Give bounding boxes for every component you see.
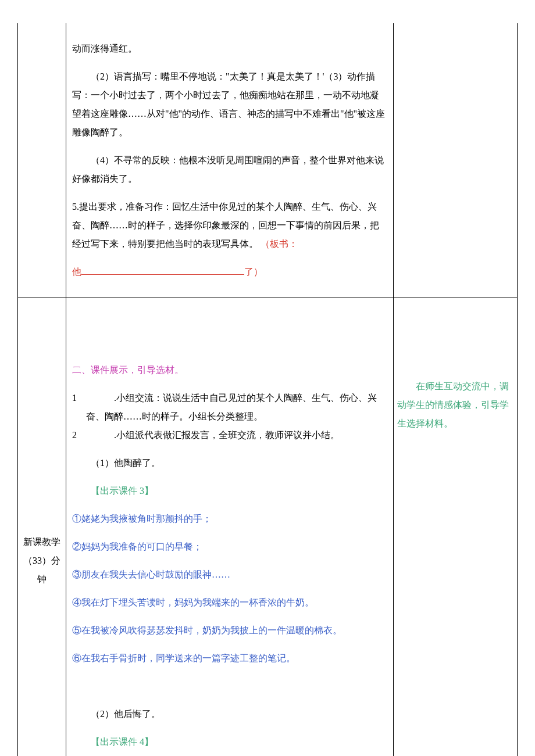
section-label: 新课教学（33）分钟 (22, 533, 62, 589)
bullet-6: ⑥在我右手骨折时，同学送来的一篇字迹工整的笔记。 (72, 649, 387, 668)
bullet-1: ①姥姥为我掖被角时那颤抖的手； (72, 510, 387, 528)
top-spacer (72, 305, 387, 352)
r1-p1: 动而涨得通红。 (72, 40, 387, 58)
bullet-2: ②妈妈为我准备的可口的早餐； (72, 538, 387, 556)
row1-left-cell (18, 23, 66, 298)
item1: 1 .小组交流：说说生活中自己见过的某个人陶醉、生气、伤心、兴奋、陶醉……时的样… (72, 389, 387, 426)
bullet-4: ④我在灯下埋头苦读时，妈妈为我端来的一杯香浓的牛奶。 (72, 593, 387, 612)
sub2: （2）他后悔了。 (72, 705, 387, 723)
item2-txt: .小组派代表做汇报发言，全班交流，教师评议并小结。 (86, 426, 387, 445)
item1-txt: .小组交流：说说生活中自己见过的某个人陶醉、生气、伤心、兴奋、陶醉……时的样子。… (86, 389, 387, 426)
bullet-5: ⑤在我被冷风吹得瑟瑟发抖时，奶奶为我披上的一件温暖的棉衣。 (72, 621, 387, 640)
board-le: 了） (244, 267, 263, 277)
show-courseware-3: 【出示课件 3】 (72, 482, 387, 500)
item1-num: 1 (72, 389, 86, 426)
row-1: 动而涨得通红。 （2）语言描写：嘴里不停地说："太美了！真是太美了！'（3）动作… (18, 23, 518, 298)
r1-p3: （4）不寻常的反映：他根本没听见周围喧闹的声音，整个世界对他来说好像都消失了。 (72, 151, 387, 188)
sub1: （1）他陶醉了。 (72, 454, 387, 472)
board-underline (81, 265, 244, 275)
board-he: 他 (72, 267, 81, 277)
row2-right-cell: 在师生互动交流中，调动学生的情感体验，引导学生选择材料。 (394, 298, 518, 757)
right-spacer (397, 316, 513, 368)
bullet-3: ③朋友在我失去信心时鼓励的眼神…… (72, 565, 387, 584)
r1-p2: （2）语言描写：嘴里不停地说："太美了！真是太美了！'（3）动作描写：一个小时过… (72, 67, 387, 142)
right-note: 在师生互动交流中，调动学生的情感体验，引导学生选择材料。 (397, 377, 513, 433)
row1-mid-cell: 动而涨得通红。 （2）语言描写：嘴里不停地说："太美了！真是太美了！'（3）动作… (66, 23, 394, 298)
show-courseware-4: 【出示课件 4】 (72, 733, 387, 751)
board-prefix: （板书： (261, 239, 298, 249)
r1-p4-text: 5.提出要求，准备习作：回忆生活中你见过的某个人陶醉、生气、伤心、兴奋、陶醉……… (72, 202, 379, 249)
row2-left-cell: 新课教学（33）分钟 (18, 298, 66, 757)
section-heading: 二、课件展示，引导选材。 (72, 361, 387, 379)
item2-num: 2 (72, 426, 86, 445)
item2: 2 .小组派代表做汇报发言，全班交流，教师评议并小结。 (72, 426, 387, 445)
lesson-plan-table: 动而涨得通红。 （2）语言描写：嘴里不停地说："太美了！真是太美了！'（3）动作… (17, 23, 518, 756)
board-line: 他了） (72, 263, 387, 281)
row1-right-cell (394, 23, 518, 298)
r1-p4: 5.提出要求，准备习作：回忆生活中你见过的某个人陶醉、生气、伤心、兴奋、陶醉……… (72, 198, 387, 253)
row2-mid-cell: 二、课件展示，引导选材。 1 .小组交流：说说生活中自己见过的某个人陶醉、生气、… (66, 298, 394, 757)
row-2: 新课教学（33）分钟 二、课件展示，引导选材。 1 .小组交流：说说生活中自己见… (18, 298, 518, 757)
